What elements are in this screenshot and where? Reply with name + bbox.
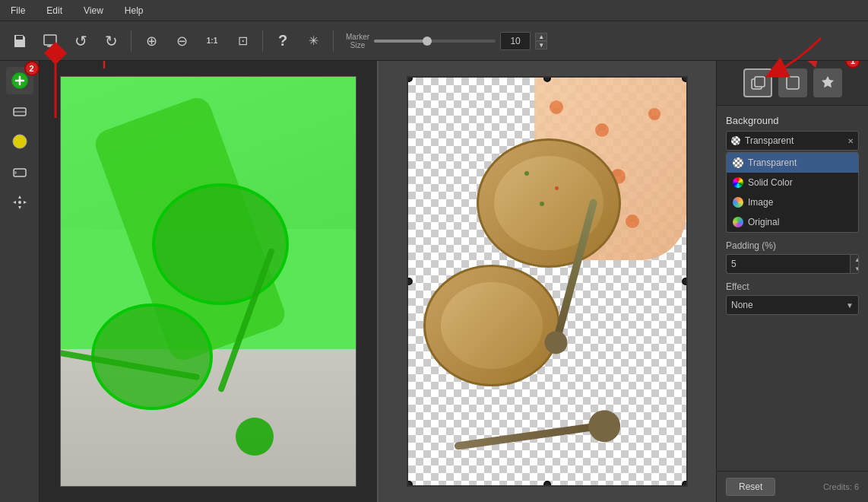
dropdown-arrow-icon: ✕ <box>847 137 854 145</box>
separator1 <box>131 30 131 52</box>
bg-original-label: Original <box>748 217 779 227</box>
add-tool-container: 2 <box>6 67 33 94</box>
save-button[interactable] <box>6 27 33 55</box>
separator2 <box>262 30 263 52</box>
menubar: File Edit View Help <box>0 0 868 21</box>
padding-label: Padding (%) <box>726 240 859 251</box>
bg-image-label: Image <box>748 197 773 208</box>
dot1 <box>550 100 563 114</box>
menu-help[interactable]: Help <box>120 4 148 17</box>
marker-spinners: ▲ ▼ <box>535 33 547 49</box>
padding-spinners: ▲ ▼ <box>850 254 859 274</box>
menu-view[interactable]: View <box>79 4 108 17</box>
handle-bl <box>407 481 413 487</box>
original-canvas-panel[interactable] <box>40 61 377 502</box>
bg-selected-label: Transparent <box>745 135 847 146</box>
padding-section: Padding (%) ▲ ▼ <box>726 240 859 274</box>
zoom-out-button[interactable]: ⊖ <box>168 27 195 55</box>
svg-point-6 <box>18 201 21 204</box>
marker-increment[interactable]: ▲ <box>535 33 547 41</box>
image-dot <box>733 197 743 208</box>
herb1 <box>524 171 529 176</box>
background-title: Background <box>726 115 859 126</box>
bg-option-solid[interactable]: Solid Color <box>727 173 858 192</box>
marker-decrement[interactable]: ▼ <box>535 41 547 49</box>
dot7 <box>648 108 661 120</box>
zoom-fit-button[interactable]: ⊡ <box>229 27 256 55</box>
spoon2-head <box>236 418 274 456</box>
padding-increment[interactable]: ▲ <box>851 255 859 264</box>
original-dot <box>733 217 743 227</box>
original-image <box>60 76 356 487</box>
svg-rect-10 <box>787 77 799 89</box>
svg-point-3 <box>13 135 27 148</box>
badge-2: 2 <box>24 61 40 76</box>
reset-row: Reset Credits: 6 <box>717 471 868 502</box>
effect-dropdown[interactable]: None ▼ <box>726 295 859 315</box>
undo-button[interactable]: ↺ <box>67 27 94 55</box>
arrow-2-svg <box>85 61 123 76</box>
result-image <box>407 76 688 487</box>
bowl1-result <box>477 138 621 268</box>
move-tool[interactable] <box>6 189 33 216</box>
bowl-bottom <box>91 303 213 410</box>
padding-input[interactable] <box>726 254 850 274</box>
bowl2-food <box>441 282 543 369</box>
dot2 <box>595 123 609 137</box>
spice1 <box>555 186 559 190</box>
export-button[interactable] <box>36 27 64 55</box>
panel-tabs: 1 <box>717 61 868 106</box>
marker-slider-thumb[interactable] <box>423 37 432 46</box>
handle-tr <box>682 76 688 82</box>
toolbox: 2 <box>0 61 40 502</box>
background-section: Background Transparent ✕ Transparent <box>726 115 859 233</box>
marker-value-input[interactable] <box>500 32 531 50</box>
dot6 <box>626 214 639 228</box>
toolbar: ↺ ↻ ⊕ ⊖ 1:1 ⊡ ? ✳ MarkerSize ▲ ▼ <box>0 21 868 61</box>
effect-label: Effect <box>726 281 859 292</box>
marker-size-group: MarkerSize ▲ ▼ <box>346 32 547 50</box>
transparent-indicator <box>731 136 740 145</box>
ai-button[interactable]: ✳ <box>299 27 327 55</box>
bg-option-image[interactable]: Image <box>727 192 858 212</box>
bg-option-original[interactable]: Original <box>727 212 858 232</box>
effect-dropdown-arrow: ▼ <box>846 301 854 310</box>
credits-text: Credits: 6 <box>823 482 859 491</box>
zoom-in-button[interactable]: ⊕ <box>138 27 165 55</box>
reset-button[interactable]: Reset <box>726 478 775 496</box>
effect-section: Effect None ▼ <box>726 281 859 315</box>
padding-decrement[interactable]: ▼ <box>851 264 859 273</box>
marker-size-label: MarkerSize <box>346 33 369 49</box>
svg-point-5 <box>14 171 17 174</box>
menu-file[interactable]: File <box>6 4 30 17</box>
layers-tab[interactable] <box>743 68 772 97</box>
properties-tab[interactable] <box>778 68 807 97</box>
main-area: 2 <box>0 61 868 502</box>
bg-option-transparent[interactable]: Transparent <box>727 153 858 173</box>
handle-br <box>682 481 688 487</box>
solid-color-dot <box>733 177 743 188</box>
redo-button[interactable]: ↻ <box>97 27 125 55</box>
svg-rect-0 <box>44 35 56 45</box>
bg-options-list: Transparent Solid Color Image <box>726 152 859 233</box>
right-panel: 1 Background Transparent <box>716 61 868 502</box>
menu-edit[interactable]: Edit <box>42 4 67 17</box>
erase-tool[interactable] <box>6 97 33 125</box>
bg-transparent-label: Transparent <box>748 157 797 168</box>
color-tool[interactable] <box>6 128 33 155</box>
bowl2-result <box>423 265 560 386</box>
canvas-area <box>40 61 716 502</box>
result-canvas-panel[interactable] <box>377 61 716 502</box>
background-dropdown[interactable]: Transparent ✕ <box>726 131 859 151</box>
brush-tool[interactable] <box>6 158 33 186</box>
bowl-top <box>152 183 289 305</box>
handle-bm <box>543 481 551 487</box>
svg-rect-9 <box>755 77 765 87</box>
favorites-tab[interactable] <box>813 68 842 97</box>
zoom-100-button[interactable]: 1:1 <box>198 27 226 55</box>
herb2 <box>540 202 544 206</box>
help-button[interactable]: ? <box>269 27 296 55</box>
arrow-1-svg <box>800 61 845 68</box>
handle-mr <box>682 278 688 285</box>
effect-value: None <box>731 300 846 310</box>
